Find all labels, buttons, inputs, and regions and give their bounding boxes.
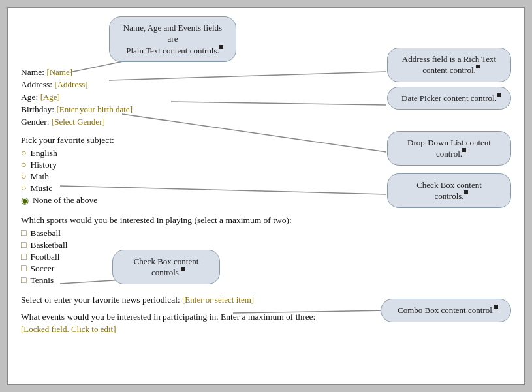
birthday-value[interactable]: [Enter your birth date] (56, 104, 133, 114)
combo-value[interactable]: [Enter or select item] (182, 295, 254, 305)
name-field-line: Name: [Name] (21, 67, 511, 78)
radio-music[interactable]: ○ Music (21, 183, 511, 194)
content-area: Name: [Name] Address: [Address] Age: [Ag… (21, 22, 511, 335)
radio-music-icon: ○ (21, 183, 26, 194)
name-label: Name: (21, 67, 44, 77)
combo-label: Select or enter your favorite news perio… (21, 295, 180, 305)
gender-field-line: Gender: [Select Gender] (21, 117, 511, 127)
checkbox-tennis-label: Tennis (30, 275, 54, 286)
radio-english-label: English (30, 148, 57, 158)
radio-history[interactable]: ○ History (21, 160, 511, 170)
radio-none-icon: ◉ (21, 195, 29, 206)
gender-value[interactable]: [Select Gender] (52, 117, 105, 127)
checkbox-soccer[interactable]: □ Soccer (21, 264, 511, 274)
checkbox-baseball[interactable]: □ Baseball (21, 228, 511, 239)
radio-math-label: Math (30, 172, 49, 182)
checkbox-basketball-label: Basketball (30, 240, 67, 250)
checkbox-soccer-icon: □ (21, 264, 26, 274)
sports-section: Which sports would you be interested in … (21, 215, 511, 286)
checkbox-tennis-icon: □ (21, 275, 26, 286)
checkbox-baseball-label: Baseball (30, 228, 61, 239)
checkbox-football-icon: □ (21, 252, 26, 262)
radio-music-label: Music (30, 183, 52, 194)
age-field-line: Age: [Age] (21, 92, 511, 102)
name-value[interactable]: [Name] (46, 67, 72, 77)
events-section: What events would you be interested in p… (21, 312, 511, 335)
events-label: What events would you be interested in p… (21, 312, 511, 322)
checkbox-tennis[interactable]: □ Tennis (21, 275, 511, 286)
address-value[interactable]: [Address] (54, 80, 87, 89)
checkbox-football[interactable]: □ Football (21, 252, 511, 262)
radio-history-icon: ○ (21, 160, 26, 170)
radio-none-label: None of the above (33, 195, 97, 205)
radio-none[interactable]: ◉ None of the above (21, 195, 511, 206)
page-container: Name, Age and Events fields are Plain Te… (7, 7, 525, 385)
checkbox-basketball[interactable]: □ Basketball (21, 240, 511, 250)
subject-section-label: Pick your favorite subject: (21, 135, 511, 145)
radio-english-icon: ○ (21, 148, 26, 158)
age-label: Age: (21, 92, 38, 102)
checkbox-soccer-label: Soccer (30, 264, 54, 274)
address-label: Address: (21, 80, 52, 89)
checkbox-football-label: Football (30, 252, 59, 262)
events-value[interactable]: [Locked field. Click to edit] (21, 324, 511, 335)
gender-label: Gender: (21, 117, 49, 127)
radio-math-icon: ○ (21, 172, 26, 182)
birthday-field-line: Birthday: [Enter your birth date] (21, 104, 511, 115)
radio-math[interactable]: ○ Math (21, 172, 511, 182)
checkbox-basketball-icon: □ (21, 240, 26, 250)
checkbox-baseball-icon: □ (21, 228, 26, 239)
sports-section-label: Which sports would you be interested in … (21, 215, 511, 226)
birthday-label: Birthday: (21, 104, 54, 114)
combo-section: Select or enter your favorite news perio… (21, 295, 511, 305)
radio-history-label: History (30, 160, 57, 170)
address-field-line: Address: [Address] (21, 80, 511, 90)
age-value[interactable]: [Age] (40, 92, 60, 102)
radio-english[interactable]: ○ English (21, 148, 511, 158)
